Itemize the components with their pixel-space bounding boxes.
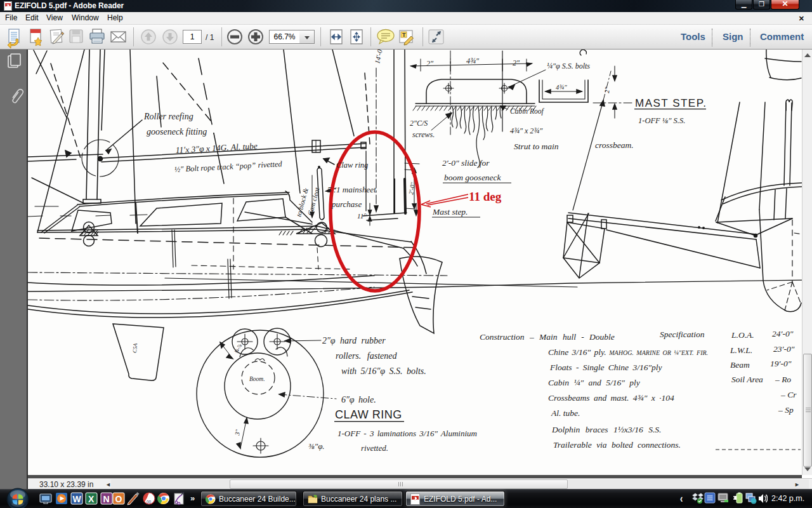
svg-text:5 :1 mainsheet: 5 :1 mainsheet [327,185,376,194]
svg-text:Specification: Specification [660,330,705,339]
svg-text:23′-0″: 23′-0″ [773,344,795,354]
svg-text:Dolphin braces 1½x3/16 S.S.: Dolphin braces 1½x3/16 S.S. [551,425,662,434]
svg-text:2″: 2″ [513,58,520,67]
svg-text:– Sp: – Sp [778,405,794,415]
svg-text:11′x 3″φ x 14G. Al. tube: 11′x 3″φ x 14G. Al. tube [175,141,258,155]
svg-text:Al. tube.: Al. tube. [551,408,580,418]
svg-text:6″φ hole.: 6″φ hole. [341,395,376,404]
svg-text:»: » [190,493,195,503]
svg-text:Strut to main: Strut to main [514,142,559,151]
svg-text:– Ro: – Ro [775,375,791,384]
svg-text:1-OFF ⅛″ S.S.: 1-OFF ⅛″ S.S. [638,116,685,125]
svg-text:with 5/16″φ S.S. bolts.: with 5/16″φ S.S. bolts. [341,366,426,376]
svg-text:MAST STEP.: MAST STEP. [635,97,707,109]
svg-text:Cabin ¼″ and 5/16″ ply: Cabin ¼″ and 5/16″ ply [548,378,640,387]
svg-text:4¾″: 4¾″ [466,57,480,65]
svg-text:T: T [402,32,406,38]
svg-text:– Cr: – Cr [780,390,797,399]
svg-text:Construction – Main hull -: Construction – Main hull - Double [480,332,615,342]
svg-text:¼″φ S.S. bolts: ¼″φ S.S. bolts [547,62,590,70]
svg-text:Mast step.: Mast step. [432,207,468,217]
svg-text:Trailerable via bolted conne: Trailerable via bolted connections. [553,440,681,450]
svg-text:Crossbeams and mast. 4¾″ x ·10: Crossbeams and mast. 4¾″ x ·104 [548,393,674,403]
svg-text:00: 00 [147,500,152,504]
svg-text:4¾″: 4¾″ [556,84,567,91]
svg-text:X: X [88,494,95,504]
svg-text:crossbeam.: crossbeam. [595,140,634,150]
svg-text:3″: 3″ [233,429,242,437]
svg-text:2′-0″: 2′-0″ [407,181,416,195]
svg-text:½″ Bolt rope track “pop” riv: ½″ Bolt rope track “pop” rivetted [174,159,282,174]
svg-text:L.W.L.: L.W.L. [730,345,752,355]
svg-text:L.O.A.: L.O.A. [731,330,754,340]
svg-text:Beam: Beam [730,360,750,370]
svg-text:2′-0″ slide for: 2′-0″ slide for [442,158,490,168]
svg-text:1-OFF - 3 laminations 3/16″: 1-OFF - 3 laminations 3/16″ Aluminium [337,429,477,438]
svg-text:CLAW RING: CLAW RING [335,408,402,421]
svg-text:Cabin Roof: Cabin Roof [510,107,545,116]
svg-text:Roller reefing: Roller reefing [143,112,193,121]
svg-text:purchase: purchase [331,199,362,209]
svg-text:boom gooseneck: boom gooseneck [444,173,502,182]
svg-text:2″φ hard rubber: 2″φ hard rubber [322,336,386,345]
svg-text:W: W [73,494,82,504]
svg-text:2″: 2″ [426,59,434,68]
svg-text:4¾″ x 2¾″: 4¾″ x 2¾″ [510,126,543,135]
svg-text:19′-0″: 19′-0″ [770,359,792,368]
svg-text:11°: 11° [357,212,367,220]
svg-text:gooseneck fitting: gooseneck fitting [147,127,207,137]
svg-text:24′-0″: 24′-0″ [772,329,794,338]
svg-text:14′-0″: 14′-0″ [373,50,384,64]
svg-text:rollers. fastened: rollers. fastened [336,351,397,361]
svg-text:Floats - Single Chine 3/16″ply: Floats - Single Chine 3/16″ply [549,363,662,372]
svg-text:2″C/S: 2″C/S [410,119,428,128]
svg-text:⅜″φ.: ⅜″φ. [308,441,325,451]
svg-text:2″: 2″ [603,86,611,93]
svg-text:N: N [103,494,110,504]
svg-text:Soil Area: Soil Area [731,375,763,384]
svg-text:C5A: C5A [131,343,138,354]
svg-text:11 deg: 11 deg [469,190,502,203]
svg-text:Claw ring: Claw ring [336,161,368,170]
svg-text:screws.: screws. [412,130,435,139]
svg-text:Boom.: Boom. [249,376,265,382]
svg-text:O: O [115,494,122,504]
svg-text:rivetted.: rivetted. [361,443,388,453]
svg-text:Chine 3/16″ ply. MAHOG. MARINE: Chine 3/16″ ply. MAHOG. MARINE OR ¼″EXT.… [548,347,708,357]
